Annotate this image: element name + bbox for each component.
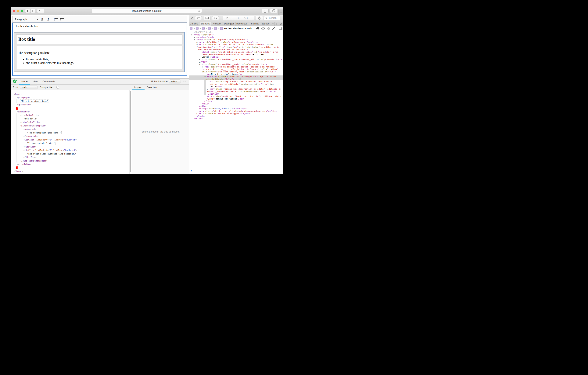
element-badge-icon[interactable]: E <box>190 27 192 30</box>
root-select[interactable]: main <box>20 86 37 89</box>
dom-tree-line[interactable]: ▼<div class="ck ck-reset ck-editor ck-ro… <box>189 44 284 46</box>
model-tree-scrollbar-thumb[interactable] <box>130 91 131 172</box>
dom-tree-line[interactable]: ▶<div id="editor" style="display: none;"… <box>189 41 284 44</box>
model-tree-row[interactable]: <listItem listIndent="0" listType="bulle… <box>10 138 131 142</box>
model-tree-row[interactable]: </simpleBoxDescription> <box>10 159 131 163</box>
back-button[interactable] <box>25 9 30 13</box>
model-tree-row[interactable]: "This is a simple box:" <box>10 99 131 103</box>
dom-tree-line[interactable]: <!DOCTYPE html> <box>189 31 284 33</box>
model-tree-row[interactable]: </simpleBox> <box>10 163 131 166</box>
close-inspector-button[interactable] <box>191 17 193 19</box>
add-tab-button[interactable] <box>274 22 279 26</box>
console-prompt-area[interactable] <box>189 168 284 174</box>
print-icon[interactable] <box>256 27 259 30</box>
model-tree-row[interactable]: "The description goes here." <box>10 131 131 135</box>
simple-box-widget[interactable]: Box title The description goes here. It … <box>14 33 185 72</box>
dom-tree-line[interactable]: "application" dir="ltr" lang="en" aria-l… <box>189 46 284 48</box>
dom-tree-line[interactable]: </div> <box>189 100 284 103</box>
dom-tree[interactable]: <!DOCTYPE html>▼<html lang="en">▶<head>…… <box>189 31 284 168</box>
dom-tree-line[interactable]: editor__nested-editable" contenteditable… <box>189 90 284 93</box>
inspector-tab-network[interactable]: Network <box>211 22 223 26</box>
dom-tree-line[interactable]: ▼<div class="ck ck-editor__main" role="p… <box>189 63 284 66</box>
dom-tree-line[interactable]: ▶<div class="simple-box-description ck-e… <box>189 88 284 90</box>
dom-tree-line[interactable]: label_e63cbbfece34c53ce23501062343f49b8"… <box>189 53 284 56</box>
element-badge-icon[interactable]: E <box>202 27 205 30</box>
inspector-tab-timelines[interactable]: Timelines <box>248 22 260 26</box>
element-picker-button[interactable] <box>256 16 263 20</box>
inspector-reload-button[interactable] <box>212 16 219 20</box>
model-tree-row[interactable]: </paragraph> <box>10 134 131 138</box>
dom-tree-line[interactable]: </html> <box>189 117 284 120</box>
bulleted-list-button[interactable] <box>59 17 65 22</box>
undock-button[interactable] <box>195 16 202 20</box>
model-tree-scrollbar-track[interactable] <box>129 90 131 174</box>
dom-tree-line[interactable]: ▼<html lang="en"> <box>189 33 284 36</box>
sidebar-button[interactable] <box>37 9 44 13</box>
share-button[interactable] <box>262 9 269 13</box>
model-tree-row[interactable]: <$root> <box>10 92 131 96</box>
tab-selection[interactable]: Selection <box>145 85 159 90</box>
model-tree-row[interactable]: "It can contain lists," <box>10 142 131 145</box>
breadcrumb-label[interactable]: section.simple-box.ck-wid... <box>224 27 254 30</box>
numbered-list-button[interactable]: 1 2 <box>53 17 59 22</box>
dom-tree-line[interactable]: editor__nested-editable" contenteditable… <box>189 83 284 85</box>
intro-paragraph[interactable]: This is a simple box: <box>14 25 185 28</box>
tab-inspect[interactable]: Inspect <box>132 85 145 90</box>
model-tree-row[interactable]: </paragraph> <box>10 103 131 107</box>
model-tree-row[interactable]: ] <box>10 166 131 170</box>
model-tree-row[interactable]: "Box title" <box>10 117 131 121</box>
italic-button[interactable]: I <box>45 17 51 22</box>
inspector-search-field[interactable]: Search <box>264 16 280 20</box>
paragraph-dropdown[interactable]: Paragraph <box>15 18 38 21</box>
simple-box-description[interactable]: The description goes here. It can contai… <box>16 46 183 70</box>
zoom-window-button[interactable] <box>21 10 23 12</box>
element-badge-icon[interactable]: E <box>220 27 223 30</box>
tab-view[interactable]: View <box>30 78 40 84</box>
dom-tree-line[interactable]: title</h1> <box>189 85 284 88</box>
model-tree-row[interactable]: "and other block elements like headings.… <box>10 152 131 156</box>
editor-editable[interactable]: This is a simple box: Box title The desc… <box>12 22 187 76</box>
model-tree-row[interactable]: </listItem> <box>10 145 131 149</box>
dom-tree-line[interactable]: ▼<div class="ck ck-content ck-editor__ed… <box>189 66 284 68</box>
inspector-tab-elements[interactable]: Elements <box>200 22 211 26</box>
dom-tree-line[interactable]: contenteditable="false"> = $0 <box>189 78 284 80</box>
dom-tree-line[interactable]: <label class="ck ck-label ck-voice-label… <box>189 51 284 53</box>
minimize-window-button[interactable] <box>17 10 19 12</box>
dom-tree-line[interactable]: </section> <box>189 93 284 95</box>
compact-text-checkbox[interactable] <box>56 86 59 88</box>
model-tree-row[interactable]: <simpleBoxDescription> <box>10 124 131 128</box>
more-tabs-button[interactable] <box>271 22 274 26</box>
tab-overview-button[interactable] <box>270 9 277 13</box>
inspector-settings-button[interactable] <box>279 22 284 26</box>
dom-tree-line[interactable]: Editor</label> <box>189 56 284 58</box>
dom-tree-line[interactable]: 42px;">simple box widget</div> <box>189 98 284 100</box>
dom-tree-line[interactable]: <div style="position: fixed; top: 0px; l… <box>189 95 284 98</box>
list-item[interactable]: It can contain lists, <box>26 58 180 61</box>
dom-tree-line[interactable]: ▶<div class="ck-inspector-wrapper">…</di… <box>189 112 284 115</box>
model-tree-row[interactable]: <listItem listIndent="0" listType="bulle… <box>10 148 131 152</box>
dom-tree-line[interactable]: ▶<div class="ck ck-editor__top ck-reset_… <box>189 58 284 61</box>
forward-button[interactable] <box>30 9 35 13</box>
dom-tree-line[interactable]: ▶<head>…</head> <box>189 36 284 38</box>
model-tree-row[interactable]: </listItem> <box>10 155 131 159</box>
resource-counters[interactable]: 4 0 0 <box>223 16 254 20</box>
source-code-icon[interactable] <box>261 27 265 30</box>
model-tree-row[interactable]: <simpleBoxTitle> <box>10 113 131 117</box>
inspector-tab-console[interactable]: Console <box>189 22 200 26</box>
layout-grid-icon[interactable] <box>267 27 270 30</box>
editor-instance-select[interactable]: editor <box>169 80 180 83</box>
list-item[interactable]: and other block elements like headings. <box>26 61 180 65</box>
bold-button[interactable]: B <box>39 17 45 22</box>
tab-model[interactable]: Model <box>19 78 30 84</box>
close-window-button[interactable] <box>13 10 15 12</box>
description-paragraph[interactable]: The description goes here. <box>18 51 180 55</box>
element-badge-icon[interactable]: E <box>208 27 211 30</box>
dom-tree-line[interactable]: </div> <box>189 103 284 105</box>
model-tree-row[interactable]: </simpleBoxTitle> <box>10 120 131 124</box>
dom-tree-line[interactable]: <div class="ck ck-reset_all ck-body ck-r… <box>189 110 284 112</box>
dom-tree-line[interactable]: <h1 class="simple-box-title ck-editor__e… <box>189 80 284 83</box>
styles-brush-icon[interactable] <box>272 27 275 30</box>
dom-tree-line[interactable]: ▼<body class="ck-inspector-body-expanded… <box>189 38 284 41</box>
address-bar[interactable]: localhost/creating-a-plugin/ <box>92 9 202 13</box>
inspector-tab-resources[interactable]: Resources <box>235 22 248 26</box>
